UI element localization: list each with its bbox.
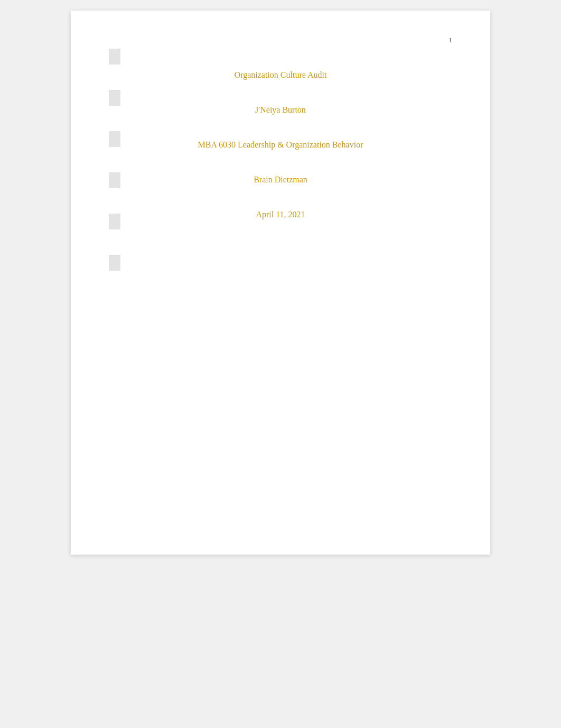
bar-5	[109, 214, 120, 229]
document-author: J'Neiya Burton	[255, 104, 306, 116]
document-course: MBA 6030 Leadership & Organization Behav…	[198, 139, 363, 151]
bar-2	[109, 90, 120, 106]
document-title: Organization Culture Audit	[235, 69, 327, 81]
document-instructor: Brain Dietzman	[254, 173, 307, 186]
document-page: 1 Organization Culture Audit J'Neiya Bur…	[71, 11, 490, 555]
page-number: 1	[449, 36, 453, 44]
bar-3	[109, 131, 120, 147]
bar-6	[109, 255, 120, 271]
content-area: Organization Culture Audit J'Neiya Burto…	[121, 53, 440, 221]
document-date: April 11, 2021	[256, 208, 305, 221]
left-decoration	[109, 49, 120, 296]
bar-1	[109, 49, 120, 64]
bar-4	[109, 172, 120, 188]
